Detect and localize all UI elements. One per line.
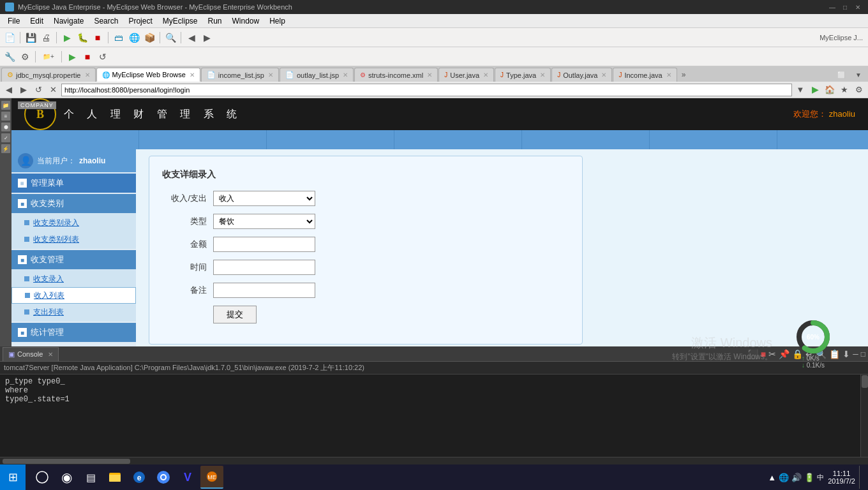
tab-menu-btn[interactable]: ▼: [851, 68, 865, 82]
addr-forward-btn[interactable]: ▶: [17, 84, 30, 96]
tab-browser[interactable]: 🌐 MyEclipse Web Browse ✕: [96, 68, 200, 82]
tb2-btn1[interactable]: 🔧: [3, 50, 17, 64]
nav-item-2[interactable]: [139, 130, 267, 149]
tab-income-close[interactable]: ✕: [268, 71, 273, 78]
console-scrollbar[interactable]: [860, 375, 868, 457]
address-input[interactable]: [61, 84, 792, 96]
tray-arrow[interactable]: ▲: [768, 473, 776, 482]
tab-more-btn[interactable]: »: [678, 68, 690, 82]
tab-type-java[interactable]: J Type.java ✕: [495, 68, 551, 82]
addr-back-btn[interactable]: ◀: [3, 84, 15, 96]
addr-refresh-btn[interactable]: ↺: [32, 84, 45, 96]
tray-battery[interactable]: 🔋: [804, 473, 814, 482]
taskbar-taskview-btn[interactable]: ▤: [79, 466, 102, 489]
tab-outlay-java-close[interactable]: ✕: [601, 71, 606, 78]
tb-search-btn[interactable]: 🔍: [163, 31, 177, 45]
taskbar-cortana-btn[interactable]: ◉: [55, 466, 78, 489]
tab-outlay-close[interactable]: ✕: [343, 71, 348, 78]
tb-web-btn[interactable]: 🌐: [127, 31, 141, 45]
show-desktop-btn[interactable]: [859, 466, 863, 489]
console-options-btn[interactable]: ⬇: [842, 349, 850, 359]
input-amount[interactable]: [213, 237, 315, 252]
tray-ime[interactable]: 中: [817, 473, 824, 482]
taskbar-edge-btn[interactable]: e: [128, 466, 151, 489]
nav-item-5[interactable]: [522, 130, 650, 149]
menu-window[interactable]: Window: [227, 15, 265, 27]
tb-debug-btn[interactable]: 🐛: [75, 31, 89, 45]
servers-icon[interactable]: ⚡: [1, 144, 10, 153]
nav-item-4[interactable]: [394, 130, 522, 149]
console-max-btn[interactable]: □: [861, 350, 865, 359]
link-income-add[interactable]: 收支录入: [11, 271, 136, 287]
tab-jdbc-close[interactable]: ✕: [85, 71, 90, 78]
tray-network[interactable]: 🌐: [779, 473, 789, 482]
console-pin-btn[interactable]: 📌: [779, 349, 789, 359]
link-category-list[interactable]: 收支类别列表: [11, 231, 136, 248]
tab-struts-close[interactable]: ✕: [427, 71, 432, 78]
tb2-stop-server[interactable]: ■: [80, 50, 94, 64]
tb-db-btn[interactable]: 🗃: [112, 31, 126, 45]
menu-run[interactable]: Run: [202, 15, 227, 27]
menu-search[interactable]: Search: [89, 15, 123, 27]
link-income-list[interactable]: 收入列表: [11, 287, 136, 304]
tab-outlay-java[interactable]: J Outlay.java ✕: [551, 68, 612, 82]
pkg-explorer-icon[interactable]: 📁: [1, 101, 10, 110]
tab-layout-btn[interactable]: ⬜: [834, 68, 849, 82]
taskbar-myeclipse-btn[interactable]: ME: [200, 466, 223, 489]
tab-browser-close[interactable]: ✕: [190, 71, 195, 78]
tb-save-btn[interactable]: 💾: [24, 31, 38, 45]
tb-back-btn[interactable]: ◀: [184, 31, 198, 45]
link-outlay-list[interactable]: 支出列表: [11, 304, 136, 320]
menu-edit[interactable]: Edit: [25, 15, 49, 27]
menu-navigate[interactable]: Navigate: [49, 15, 89, 27]
tb2-restart[interactable]: ↺: [96, 50, 110, 64]
link-category-add[interactable]: 收支类别录入: [11, 214, 136, 231]
menu-project[interactable]: Project: [123, 15, 157, 27]
console-copy-btn[interactable]: 📋: [829, 349, 840, 359]
taskbar-app-v-btn[interactable]: V: [176, 466, 199, 489]
taskbar-search-btn[interactable]: [31, 466, 54, 489]
addr-dropdown-btn[interactable]: ▼: [794, 84, 807, 96]
taskbar-chrome-btn[interactable]: [152, 466, 175, 489]
submit-button[interactable]: 提交: [213, 306, 257, 323]
tb2-run-server[interactable]: ▶: [65, 50, 79, 64]
taskbar-clock[interactable]: 11:11 2019/7/2: [828, 470, 855, 485]
minimize-button[interactable]: —: [827, 2, 837, 12]
input-time[interactable]: [213, 260, 315, 275]
select-income-type[interactable]: 收入 支出: [213, 191, 315, 206]
menu-myeclipse[interactable]: MyEclipse: [158, 15, 203, 27]
input-note[interactable]: [213, 283, 315, 298]
tray-volume[interactable]: 🔊: [791, 473, 802, 482]
tab-income-list[interactable]: 📄 income_list.jsp ✕: [201, 68, 279, 82]
tb2-new-file[interactable]: 📁+: [39, 50, 58, 64]
tb-forward-btn[interactable]: ▶: [200, 31, 214, 45]
console-tab[interactable]: ▣ Console ✕: [3, 347, 59, 361]
tb-run-btn[interactable]: ▶: [60, 31, 74, 45]
maximize-button[interactable]: □: [840, 2, 850, 12]
addr-bookmark-btn[interactable]: ★: [838, 84, 851, 96]
select-category[interactable]: 餐饮 交通 购物: [213, 214, 315, 229]
tab-outlay-list[interactable]: 📄 outlay_list.jsp ✕: [280, 68, 354, 82]
console-min-btn[interactable]: ─: [853, 350, 858, 359]
tasks-icon[interactable]: ✓: [1, 133, 10, 142]
addr-settings-btn[interactable]: ⚙: [853, 84, 865, 96]
taskbar-files-btn[interactable]: [103, 466, 126, 489]
console-h-scrollbar[interactable]: [0, 457, 868, 464]
tab-user-java[interactable]: J User.java ✕: [438, 68, 494, 82]
nav-item-3[interactable]: [267, 130, 394, 149]
tb-print-btn[interactable]: 🖨: [39, 31, 53, 45]
tab-user-close[interactable]: ✕: [483, 71, 488, 78]
tab-income-java[interactable]: J Income.java ✕: [613, 68, 677, 82]
scroll-thumb[interactable]: [862, 375, 868, 388]
menu-help[interactable]: Help: [264, 15, 290, 27]
tab-jdbc[interactable]: ⚙ jdbc_mysql.propertie ✕: [1, 68, 96, 82]
tb2-btn2[interactable]: ⚙: [18, 50, 32, 64]
addr-home-btn[interactable]: 🏠: [823, 84, 836, 96]
tb-new-btn[interactable]: 📄: [3, 31, 17, 45]
start-button[interactable]: ⊞: [0, 464, 26, 490]
tab-struts-xml[interactable]: ⚙ struts-income.xml ✕: [354, 68, 438, 82]
tb-stop-btn[interactable]: ■: [91, 31, 105, 45]
addr-go-btn[interactable]: ▶: [809, 84, 821, 96]
tab-income-java-close[interactable]: ✕: [666, 71, 671, 78]
h-scroll-thumb[interactable]: [3, 459, 130, 464]
